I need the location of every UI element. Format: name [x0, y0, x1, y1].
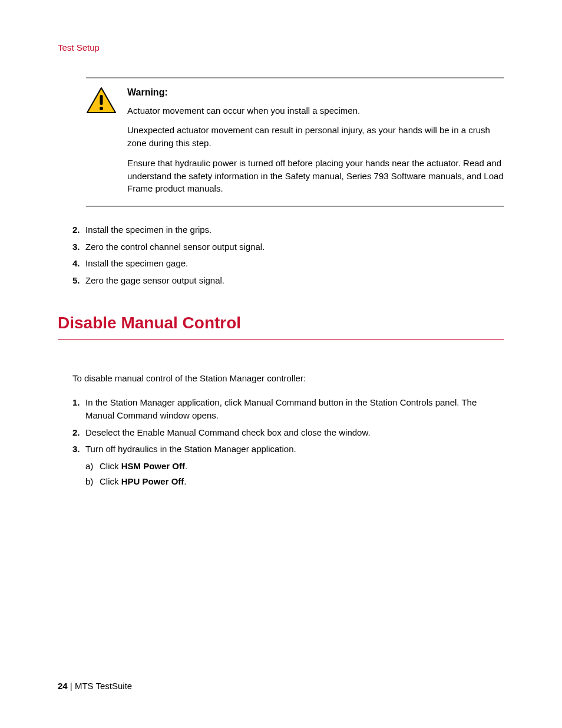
- footer-separator: |: [68, 681, 75, 691]
- warning-box: Warning: Actuator movement can occur whe…: [86, 77, 504, 207]
- step-text: In the Station Manager application, clic…: [85, 396, 504, 423]
- step-text: Install the specimen gage.: [85, 257, 188, 271]
- header-section-link: Test Setup: [58, 41, 504, 55]
- step-text: Install the specimen in the grips.: [85, 223, 211, 237]
- document-title: MTS TestSuite: [75, 681, 132, 691]
- step-text: Turn off hydraulics in the Station Manag…: [85, 443, 296, 456]
- sub-step-marker: b): [85, 475, 100, 489]
- list-item: a) Click HSM Power Off.: [85, 460, 504, 473]
- step-number: 5.: [72, 274, 85, 288]
- warning-paragraph: Unexpected actuator movement can result …: [127, 124, 504, 150]
- heading-divider: [58, 339, 504, 340]
- section-intro: To disable manual control of the Station…: [72, 372, 504, 386]
- list-item: 3. Turn off hydraulics in the Station Ma…: [72, 443, 504, 489]
- sub-step-marker: a): [85, 460, 100, 473]
- step-number: 1.: [72, 396, 85, 423]
- list-item: 2. Deselect the Enable Manual Command ch…: [72, 426, 504, 440]
- svg-point-2: [100, 107, 103, 110]
- warning-icon: [86, 87, 117, 196]
- step-text: Deselect the Enable Manual Command check…: [85, 426, 371, 440]
- sub-step-text: Click HPU Power Off.: [100, 475, 187, 489]
- warning-paragraph: Actuator movement can occur when you ins…: [127, 104, 504, 117]
- step-number: 3.: [72, 241, 85, 254]
- step-number: 2.: [72, 426, 85, 440]
- step-number: 4.: [72, 257, 85, 271]
- list-item: 3. Zero the control channel sensor outpu…: [72, 241, 504, 254]
- steps-list: 1. In the Station Manager application, c…: [72, 396, 504, 489]
- list-item: 4. Install the specimen gage.: [72, 257, 504, 271]
- steps-list-continued: 2. Install the specimen in the grips. 3.…: [72, 223, 504, 287]
- list-item: 2. Install the specimen in the grips.: [72, 223, 504, 237]
- list-item: 1. In the Station Manager application, c…: [72, 396, 504, 423]
- page-number: 24: [58, 681, 68, 691]
- warning-paragraph: Ensure that hydraulic power is turned of…: [127, 157, 504, 195]
- warning-title: Warning:: [127, 85, 504, 100]
- sub-step-text: Click HSM Power Off.: [100, 460, 187, 473]
- sub-steps-list: a) Click HSM Power Off. b) Click HPU Pow…: [85, 460, 504, 489]
- step-number: 3.: [72, 443, 85, 456]
- step-text: Zero the gage sensor output signal.: [85, 274, 224, 288]
- step-text: Zero the control channel sensor output s…: [85, 241, 265, 254]
- list-item: 5. Zero the gage sensor output signal.: [72, 274, 504, 288]
- list-item: b) Click HPU Power Off.: [85, 475, 504, 489]
- section-heading: Disable Manual Control: [58, 311, 504, 335]
- page-footer: 24 | MTS TestSuite: [58, 680, 132, 693]
- svg-rect-1: [100, 95, 103, 105]
- step-number: 2.: [72, 223, 85, 237]
